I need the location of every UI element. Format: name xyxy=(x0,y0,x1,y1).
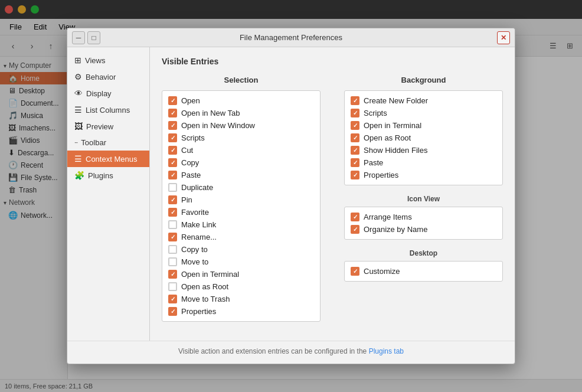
dialog-minimize-btn[interactable]: ─ xyxy=(72,31,85,44)
cb-open-as-root-label: Open as Root xyxy=(181,282,228,291)
cb-bg-open-terminal-label: Open in Terminal xyxy=(364,121,421,130)
cb-organize-by-name-checkbox[interactable] xyxy=(351,225,359,234)
cb-bg-create-folder-checkbox[interactable] xyxy=(351,96,359,105)
cb-open-as-root-checkbox[interactable] xyxy=(168,282,177,291)
cb-move-to-label: Move to xyxy=(181,257,208,266)
cb-bg-paste-checkbox[interactable] xyxy=(351,158,359,167)
cb-bg-create-folder-label: Create New Folder xyxy=(364,96,428,105)
cb-open-new-window: Open in New Window xyxy=(167,119,315,132)
nav-item-plugins[interactable]: 🧩 Plugins xyxy=(67,167,149,184)
plugins-icon: 🧩 xyxy=(74,171,84,180)
cb-paste-checkbox[interactable] xyxy=(168,171,177,179)
background-checkbox-group: Create New Folder Scripts Open in Termin… xyxy=(344,90,503,185)
cb-properties-checkbox[interactable] xyxy=(168,307,177,316)
cb-open-terminal-checkbox[interactable] xyxy=(168,270,177,279)
cb-favorite: Favorite xyxy=(167,206,315,218)
columns-layout: Selection Open Open in New Tab xyxy=(162,76,503,331)
cb-favorite-label: Favorite xyxy=(181,208,209,217)
cb-move-to: Move to xyxy=(167,256,315,268)
cb-copy-to-checkbox[interactable] xyxy=(168,245,177,254)
dialog-close-btn[interactable]: ✕ xyxy=(497,31,510,44)
cb-customize-label: Customize xyxy=(364,267,400,276)
cb-duplicate-checkbox[interactable] xyxy=(168,183,177,192)
cb-favorite-checkbox[interactable] xyxy=(168,208,177,217)
cb-open-as-root: Open as Root xyxy=(167,280,315,293)
cb-bg-properties: Properties xyxy=(349,169,498,181)
cb-arrange-items: Arrange Items xyxy=(349,211,498,223)
content-header: Visible Entries xyxy=(162,57,503,66)
cb-customize: Customize xyxy=(349,265,498,277)
cb-duplicate-label: Duplicate xyxy=(181,183,213,192)
nav-item-display[interactable]: 👁 Display xyxy=(67,85,149,102)
dialog-nav: ⊞ Views ⚙ Behavior 👁 Display ☰ List Colu… xyxy=(67,47,150,341)
background-label: Background xyxy=(344,76,503,84)
cb-move-to-trash: Move to Trash xyxy=(167,293,315,305)
cb-bg-open-as-root: Open as Root xyxy=(349,132,498,144)
nav-item-views-label: Views xyxy=(85,56,105,65)
dialog-body: ⊞ Views ⚙ Behavior 👁 Display ☰ List Colu… xyxy=(67,47,515,341)
footer-link[interactable]: Plugins tab xyxy=(369,347,404,355)
cb-properties-label: Properties xyxy=(181,307,216,316)
context-menus-icon: ☰ xyxy=(74,154,82,164)
cb-open-new-tab-checkbox[interactable] xyxy=(168,109,177,117)
cb-open-checkbox[interactable] xyxy=(168,96,177,105)
preferences-dialog: ─ □ File Management Preferences ✕ ⊞ View… xyxy=(67,28,515,364)
cb-copy-checkbox[interactable] xyxy=(168,158,177,167)
nav-item-toolbar[interactable]: ··· Toolbar xyxy=(67,135,149,151)
cb-paste: Paste xyxy=(167,169,315,181)
cb-open-terminal: Open in Terminal xyxy=(167,268,315,280)
cb-make-link-checkbox[interactable] xyxy=(168,220,177,229)
nav-item-display-label: Display xyxy=(86,89,112,98)
cb-open-new-window-label: Open in New Window xyxy=(181,121,255,130)
nav-item-preview[interactable]: 🖼 Preview xyxy=(67,118,149,135)
cb-rename-checkbox[interactable] xyxy=(168,233,177,241)
cb-copy-label: Copy xyxy=(181,158,199,167)
icon-view-section: Icon View Arrange Items Organize by Name xyxy=(344,195,503,240)
nav-item-list-columns[interactable]: ☰ List Columns xyxy=(67,102,149,118)
cb-bg-scripts: Scripts xyxy=(349,107,498,119)
preview-icon: 🖼 xyxy=(74,122,83,131)
cb-scripts-label: Scripts xyxy=(181,133,205,142)
cb-scripts: Scripts xyxy=(167,132,315,144)
dialog-title: File Management Preferences xyxy=(107,33,475,42)
cb-bg-open-as-root-checkbox[interactable] xyxy=(351,133,359,142)
selection-checkbox-group: Open Open in New Tab Open in New Window xyxy=(162,90,321,322)
cb-bg-scripts-checkbox[interactable] xyxy=(351,109,359,117)
cb-customize-checkbox[interactable] xyxy=(351,267,359,276)
display-icon: 👁 xyxy=(74,89,83,98)
nav-item-behavior[interactable]: ⚙ Behavior xyxy=(67,68,149,85)
cb-arrange-items-checkbox[interactable] xyxy=(351,213,359,221)
cb-open-new-window-checkbox[interactable] xyxy=(168,121,177,130)
dialog-maximize-btn[interactable]: □ xyxy=(87,31,100,44)
cb-move-to-trash-checkbox[interactable] xyxy=(168,295,177,303)
cb-cut-label: Cut xyxy=(181,146,193,155)
cb-scripts-checkbox[interactable] xyxy=(168,133,177,142)
cb-bg-paste: Paste xyxy=(349,156,498,169)
cb-cut: Cut xyxy=(167,144,315,156)
cb-move-to-checkbox[interactable] xyxy=(168,257,177,266)
cb-cut-checkbox[interactable] xyxy=(168,146,177,155)
icon-view-checkbox-group: Arrange Items Organize by Name xyxy=(344,207,503,240)
cb-move-to-trash-label: Move to Trash xyxy=(181,295,230,303)
cb-organize-by-name: Organize by Name xyxy=(349,223,498,236)
cb-bg-paste-label: Paste xyxy=(364,158,383,167)
cb-bg-create-folder: Create New Folder xyxy=(349,94,498,107)
desktop-label: Desktop xyxy=(344,249,503,257)
cb-arrange-items-label: Arrange Items xyxy=(364,213,412,221)
cb-bg-open-terminal-checkbox[interactable] xyxy=(351,121,359,130)
nav-item-context-menus[interactable]: ☰ Context Menus xyxy=(67,151,149,167)
nav-item-views[interactable]: ⊞ Views xyxy=(67,52,149,68)
cb-bg-show-hidden-label: Show Hidden Files xyxy=(364,146,427,155)
cb-duplicate: Duplicate xyxy=(167,181,315,194)
cb-bg-show-hidden-checkbox[interactable] xyxy=(351,146,359,155)
cb-open-terminal-label: Open in Terminal xyxy=(181,270,239,279)
cb-make-link: Make Link xyxy=(167,218,315,231)
cb-pin-checkbox[interactable] xyxy=(168,195,177,204)
nav-item-context-menus-label: Context Menus xyxy=(86,155,137,164)
dialog-footer: Visible action and extension entries can… xyxy=(67,341,515,364)
cb-properties: Properties xyxy=(167,305,315,318)
cb-bg-properties-checkbox[interactable] xyxy=(351,171,359,179)
nav-item-preview-label: Preview xyxy=(86,122,113,131)
cb-bg-show-hidden: Show Hidden Files xyxy=(349,144,498,156)
nav-item-toolbar-label: Toolbar xyxy=(81,138,106,147)
